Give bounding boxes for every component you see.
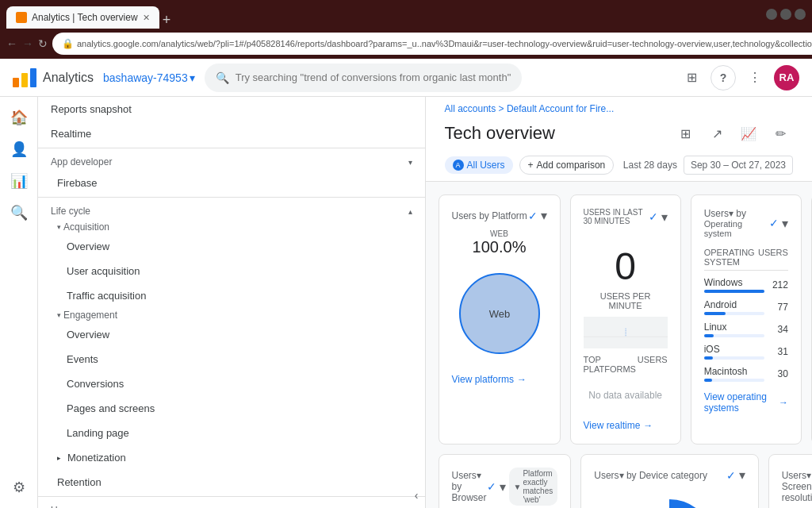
- svg-rect-0: [13, 78, 19, 87]
- sidebar-settings-icon[interactable]: ⚙: [5, 473, 33, 502]
- ga-search-bar[interactable]: 🔍: [205, 64, 522, 92]
- os-table-header: OPERATING SYSTEM USERS: [704, 244, 788, 271]
- ga-logo-text: Analytics: [43, 71, 94, 85]
- back-button[interactable]: ←: [6, 33, 17, 55]
- realtime-label: Realtime: [51, 128, 91, 140]
- sidebar-traffic-acquisition[interactable]: Traffic acquisition: [38, 283, 425, 308]
- card-check-icon: ✓: [487, 480, 496, 493]
- os-row-name: Linux: [704, 321, 764, 337]
- filter-icon: ▼: [514, 483, 522, 491]
- more-options-icon[interactable]: ⋮: [742, 65, 768, 90]
- new-tab-button[interactable]: +: [163, 12, 171, 29]
- sidebar-conversions[interactable]: Conversions: [38, 371, 425, 396]
- cards-row-1: Users by Platform ✓ ▾ WEB 100.0% Web: [439, 194, 813, 444]
- card-menu-button[interactable]: ▾: [500, 479, 506, 495]
- tabs: Analytics | Tech overview ✕ +: [6, 0, 170, 29]
- sidebar-item-realtime[interactable]: Realtime: [38, 121, 425, 146]
- tab-close-button[interactable]: ✕: [143, 13, 150, 23]
- sidebar-eng-overview[interactable]: Overview: [38, 322, 425, 347]
- sidebar-reports-icon[interactable]: 📊: [5, 167, 33, 195]
- insights-icon[interactable]: 📈: [736, 121, 761, 146]
- edit-icon[interactable]: ✏: [768, 121, 793, 146]
- sidebar-app-developer-header[interactable]: App developer ▾: [38, 150, 425, 171]
- card-header: Users▾ by Browser ✓ ▾ ▼ Platform exactly…: [452, 468, 558, 506]
- date-range-label: Last 28 days: [623, 160, 677, 171]
- card-title: Users▾ by: [704, 208, 769, 219]
- share-icon[interactable]: ↗: [704, 121, 730, 146]
- sidebar-landing-page[interactable]: Landing page: [38, 421, 425, 445]
- card-header-actions: ✓ ▾: [528, 208, 547, 223]
- bookmark-icon[interactable]: ⊞: [672, 121, 698, 146]
- sidebar-item-reports-snapshot[interactable]: Reports snapshot: [38, 97, 425, 121]
- sidebar-home-icon[interactable]: 🏠: [5, 103, 33, 132]
- sidebar-collapse-button[interactable]: ‹: [408, 483, 425, 508]
- help-icon[interactable]: ?: [710, 65, 736, 90]
- card-menu-button[interactable]: ▾: [541, 208, 547, 223]
- view-realtime-link[interactable]: View realtime →: [584, 420, 668, 431]
- card-header: Users▾ by Device category ✓ ▾: [594, 468, 745, 483]
- users-by-os-card: Users▾ by Operating system ✓ ▾ OPERATING…: [691, 194, 802, 444]
- add-comparison-button[interactable]: + Add comparison: [519, 156, 615, 175]
- sidebar-acquisition-header[interactable]: ▾Acquisition: [38, 220, 425, 234]
- add-comparison-label: Add comparison: [537, 160, 606, 171]
- donut-chart: [618, 492, 721, 508]
- os-row-name: Android: [704, 299, 764, 315]
- date-range-badge[interactable]: Sep 30 – Oct 27, 2023: [684, 156, 793, 175]
- sidebar-user-acquisition[interactable]: User acquisition: [38, 259, 425, 283]
- donut-chart-container: [594, 489, 745, 508]
- no-data-message: No data available: [584, 377, 668, 414]
- forward-button[interactable]: →: [22, 33, 33, 55]
- sidebar-acq-overview[interactable]: Overview: [38, 234, 425, 259]
- top-platforms-header: TOP PLATFORMS USERS: [584, 355, 668, 374]
- cards-row-2: Users▾ by Browser ✓ ▾ ▼ Platform exactly…: [439, 454, 813, 508]
- sidebar-events[interactable]: Events: [38, 347, 425, 371]
- os-table-row: Android 77: [704, 296, 788, 318]
- page-title-row: Tech overview ⊞ ↗ 📈 ✏: [445, 114, 794, 149]
- refresh-button[interactable]: ↻: [38, 33, 48, 55]
- os-row-value: 31: [764, 346, 788, 357]
- os-row-name: Macintosh: [704, 366, 764, 382]
- sidebar-icons-column: 🏠 👤 📊 🔍 ⚙: [0, 97, 38, 508]
- sidebar-retention[interactable]: Retention: [38, 470, 425, 495]
- pie-chart: Web: [452, 266, 547, 361]
- filter-chip[interactable]: ▼ Platform exactly matches 'web': [509, 468, 558, 506]
- sparkline-chart: [584, 317, 668, 348]
- os-row-value: 212: [764, 279, 788, 291]
- sidebar-pages-screens[interactable]: Pages and screens: [38, 396, 425, 421]
- apps-grid-icon[interactable]: ⊞: [679, 65, 704, 90]
- ga-account-selector[interactable]: bashaway-74953 ▾: [103, 71, 195, 84]
- all-users-filter[interactable]: A All Users: [445, 156, 513, 174]
- card-header-actions: ✓ ▾: [649, 210, 668, 225]
- card-check-icon: ✓: [726, 469, 736, 482]
- sidebar-lifecycle-header[interactable]: Life cycle ▴: [38, 199, 425, 220]
- card-menu-button[interactable]: ▾: [661, 210, 668, 225]
- os-table-row: Macintosh 30: [704, 363, 788, 385]
- card-title: Users▾ by Device category: [594, 470, 707, 481]
- sidebar-engagement-header[interactable]: ▾Engagement: [38, 308, 425, 322]
- pie-chart-container: Web: [452, 260, 547, 368]
- view-os-link[interactable]: View operating systems →: [704, 391, 788, 414]
- card-menu-button[interactable]: ▾: [782, 216, 788, 231]
- filter-chip-label: All Users: [467, 160, 505, 171]
- user-avatar[interactable]: RA: [774, 65, 799, 90]
- search-input[interactable]: [236, 71, 511, 83]
- view-platforms-link[interactable]: View platforms →: [452, 374, 547, 385]
- realtime-users-count: 0: [584, 232, 668, 291]
- sidebar-explore-icon[interactable]: 🔍: [5, 198, 33, 227]
- active-tab[interactable]: Analytics | Tech overview ✕: [6, 6, 159, 29]
- card-menu-button[interactable]: ▾: [739, 468, 745, 483]
- os-row-value: 34: [764, 324, 788, 335]
- sidebar-nav: Reports snapshot Realtime App developer …: [38, 97, 426, 508]
- card-header-actions: ✓ ▾: [769, 216, 788, 231]
- browser-tab-bar: Analytics | Tech overview ✕ +: [0, 0, 812, 29]
- sidebar-firebase[interactable]: Firebase: [38, 171, 425, 195]
- sidebar-user-icon[interactable]: 👤: [5, 135, 33, 164]
- url-bar[interactable]: 🔒 analytics.google.com/analytics/web/?pl…: [52, 33, 812, 55]
- card-title: Users by Platform: [452, 210, 527, 221]
- os-row-name: Windows: [704, 277, 764, 293]
- card-header-actions: ✓ ▾: [726, 468, 745, 483]
- card-header: Users▾ by Screen resolution ✓ ▾ ▼ Platfo…: [782, 468, 812, 506]
- sidebar-monetization[interactable]: ▸ Monetization: [38, 445, 425, 470]
- sidebar-user-header[interactable]: User ▴: [38, 498, 425, 508]
- card-header-actions: ✓ ▾ ▼ Platform exactly matches 'web': [487, 468, 558, 506]
